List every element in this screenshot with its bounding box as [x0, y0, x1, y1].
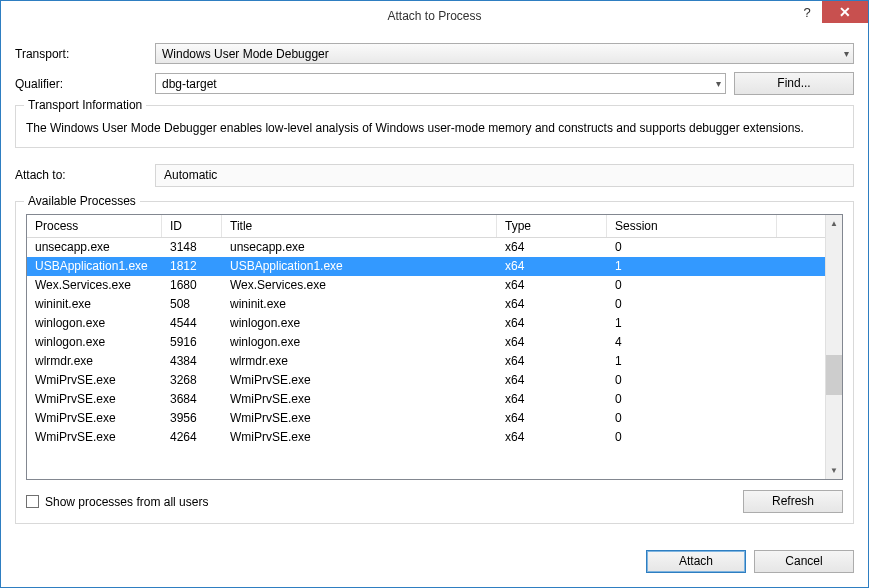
transport-info-legend: Transport Information [24, 98, 146, 112]
cell-process: unsecapp.exe [27, 240, 162, 254]
table-row[interactable]: USBApplication1.exe1812USBApplication1.e… [27, 257, 825, 276]
list-header: Process ID Title Type Session [27, 215, 825, 238]
available-processes-legend: Available Processes [24, 194, 140, 208]
cell-title: WmiPrvSE.exe [222, 411, 497, 425]
table-row[interactable]: wininit.exe508wininit.exex640 [27, 295, 825, 314]
cell-id: 5916 [162, 335, 222, 349]
cell-session: 1 [607, 259, 777, 273]
cell-title: Wex.Services.exe [222, 278, 497, 292]
col-type[interactable]: Type [497, 215, 607, 237]
vertical-scrollbar[interactable]: ▲ ▼ [825, 215, 842, 479]
table-row[interactable]: WmiPrvSE.exe3956WmiPrvSE.exex640 [27, 409, 825, 428]
col-id[interactable]: ID [162, 215, 222, 237]
help-button[interactable]: ? [792, 1, 822, 23]
process-list[interactable]: Process ID Title Type Session unsecapp.e… [26, 214, 843, 480]
col-process[interactable]: Process [27, 215, 162, 237]
checkbox-box [26, 495, 39, 508]
cell-id: 4264 [162, 430, 222, 444]
cell-id: 4384 [162, 354, 222, 368]
table-row[interactable]: winlogon.exe5916winlogon.exex644 [27, 333, 825, 352]
list-inner: Process ID Title Type Session unsecapp.e… [27, 215, 825, 479]
cell-session: 0 [607, 278, 777, 292]
table-row[interactable]: WmiPrvSE.exe3684WmiPrvSE.exex640 [27, 390, 825, 409]
cell-type: x64 [497, 392, 607, 406]
cell-process: wininit.exe [27, 297, 162, 311]
list-footer: Show processes from all users Refresh [26, 490, 843, 513]
cell-process: WmiPrvSE.exe [27, 411, 162, 425]
dialog-window: Attach to Process ? ✕ Transport: Windows… [0, 0, 869, 588]
cell-process: WmiPrvSE.exe [27, 392, 162, 406]
table-row[interactable]: WmiPrvSE.exe3268WmiPrvSE.exex640 [27, 371, 825, 390]
cell-session: 1 [607, 354, 777, 368]
cell-process: WmiPrvSE.exe [27, 373, 162, 387]
qualifier-value: dbg-target [162, 77, 217, 91]
cell-process: wlrmdr.exe [27, 354, 162, 368]
cell-title: winlogon.exe [222, 335, 497, 349]
cell-id: 3268 [162, 373, 222, 387]
cell-session: 0 [607, 373, 777, 387]
cell-type: x64 [497, 297, 607, 311]
scroll-down-icon[interactable]: ▼ [826, 462, 842, 479]
cell-session: 0 [607, 297, 777, 311]
cell-type: x64 [497, 259, 607, 273]
scroll-thumb[interactable] [826, 355, 842, 395]
cell-type: x64 [497, 411, 607, 425]
qualifier-row: Qualifier: dbg-target ▾ Find... [15, 72, 854, 95]
cell-session: 4 [607, 335, 777, 349]
qualifier-label: Qualifier: [15, 77, 155, 91]
cell-session: 0 [607, 392, 777, 406]
cancel-button[interactable]: Cancel [754, 550, 854, 573]
attach-to-row: Attach to: Automatic [15, 164, 854, 187]
cell-title: WmiPrvSE.exe [222, 392, 497, 406]
cell-process: winlogon.exe [27, 335, 162, 349]
cell-title: wlrmdr.exe [222, 354, 497, 368]
cell-id: 3684 [162, 392, 222, 406]
cell-title: winlogon.exe [222, 316, 497, 330]
cell-session: 0 [607, 411, 777, 425]
cell-process: WmiPrvSE.exe [27, 430, 162, 444]
transport-label: Transport: [15, 47, 155, 61]
cell-type: x64 [497, 373, 607, 387]
cell-id: 1680 [162, 278, 222, 292]
refresh-button[interactable]: Refresh [743, 490, 843, 513]
cell-type: x64 [497, 335, 607, 349]
cell-title: USBApplication1.exe [222, 259, 497, 273]
cell-title: WmiPrvSE.exe [222, 430, 497, 444]
attach-to-field: Automatic [155, 164, 854, 187]
show-all-users-label: Show processes from all users [45, 495, 208, 509]
dialog-content: Transport: Windows User Mode Debugger ▾ … [1, 31, 868, 550]
transport-combo[interactable]: Windows User Mode Debugger ▾ [155, 43, 854, 64]
transport-value: Windows User Mode Debugger [162, 47, 329, 61]
available-processes-group: Available Processes Process ID Title Typ… [15, 201, 854, 524]
scroll-up-icon[interactable]: ▲ [826, 215, 842, 232]
window-title: Attach to Process [1, 9, 868, 23]
attach-to-label: Attach to: [15, 168, 155, 182]
transport-row: Transport: Windows User Mode Debugger ▾ [15, 43, 854, 64]
cell-title: unsecapp.exe [222, 240, 497, 254]
close-button[interactable]: ✕ [822, 1, 868, 23]
cell-id: 3148 [162, 240, 222, 254]
cell-process: winlogon.exe [27, 316, 162, 330]
cell-title: WmiPrvSE.exe [222, 373, 497, 387]
find-button[interactable]: Find... [734, 72, 854, 95]
col-session[interactable]: Session [607, 215, 777, 237]
cell-session: 0 [607, 430, 777, 444]
cell-type: x64 [497, 354, 607, 368]
table-row[interactable]: WmiPrvSE.exe4264WmiPrvSE.exex640 [27, 428, 825, 447]
col-title[interactable]: Title [222, 215, 497, 237]
cell-id: 1812 [162, 259, 222, 273]
attach-button[interactable]: Attach [646, 550, 746, 573]
table-row[interactable]: Wex.Services.exe1680Wex.Services.exex640 [27, 276, 825, 295]
cell-session: 0 [607, 240, 777, 254]
cell-id: 508 [162, 297, 222, 311]
table-row[interactable]: unsecapp.exe3148unsecapp.exex640 [27, 238, 825, 257]
table-row[interactable]: wlrmdr.exe4384wlrmdr.exex641 [27, 352, 825, 371]
qualifier-combo[interactable]: dbg-target ▾ [155, 73, 726, 94]
cell-process: USBApplication1.exe [27, 259, 162, 273]
table-row[interactable]: winlogon.exe4544winlogon.exex641 [27, 314, 825, 333]
cell-type: x64 [497, 430, 607, 444]
show-all-users-checkbox[interactable]: Show processes from all users [26, 495, 208, 509]
cell-session: 1 [607, 316, 777, 330]
dialog-footer: Attach Cancel [1, 550, 868, 587]
cell-type: x64 [497, 278, 607, 292]
